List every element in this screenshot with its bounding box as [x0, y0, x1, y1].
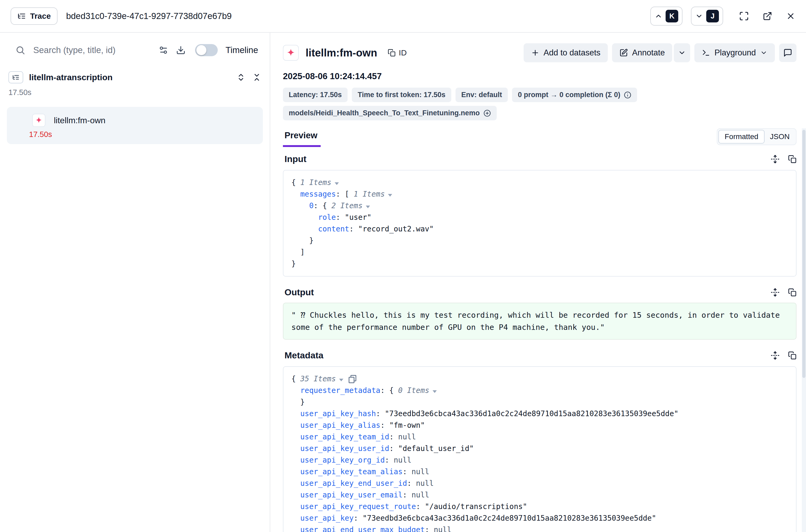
timeline-toggle[interactable] — [195, 44, 218, 56]
code-line: user_api_key: "73eedbd3e6cbca43ac336d1a0… — [291, 512, 788, 524]
generation-chip — [283, 45, 299, 61]
code-line: role: "user" — [291, 212, 788, 223]
output-text: " ⁇ Chuckles hello, this is my test reco… — [283, 303, 797, 340]
scrollbar-thumb[interactable] — [802, 130, 805, 378]
trace-button[interactable]: Trace — [11, 7, 58, 25]
maximize-icon — [739, 11, 749, 21]
expand-all-button[interactable] — [236, 73, 246, 82]
format-toggle-json[interactable]: JSON — [765, 130, 795, 143]
unfold-vertical-icon — [771, 351, 780, 360]
chat-icon — [783, 48, 792, 57]
input-section-title: Input — [285, 154, 771, 164]
chevron-down-icon — [760, 49, 767, 56]
usage-badge: 0 prompt → 0 completion (Σ 0) — [512, 88, 637, 102]
observation-detail-panel: litellm:fm-own ID Add to datasets Annot — [271, 33, 806, 532]
playground-button[interactable]: Playground — [694, 43, 775, 62]
collapse-chevron-icon[interactable] — [366, 206, 370, 208]
info-icon — [624, 91, 631, 99]
scrollbar[interactable] — [802, 128, 806, 532]
code-line: user_api_key_alias: "fm-own" — [291, 420, 788, 431]
download-icon — [176, 45, 186, 55]
code-line: { 35 Items — [291, 373, 788, 385]
copy-input-button[interactable] — [788, 155, 797, 164]
prev-observation-button[interactable]: K — [650, 6, 683, 25]
expand-input-button[interactable] — [771, 155, 780, 164]
chevron-down-icon — [678, 49, 686, 57]
filter-icon — [159, 45, 168, 55]
next-observation-button[interactable]: J — [691, 6, 723, 25]
code-line: messages: [ 1 Items — [291, 188, 788, 200]
shortcut-key-j: J — [706, 10, 719, 22]
pencil-icon — [619, 49, 628, 57]
code-line: } — [291, 235, 788, 246]
metadata-section-title: Metadata — [285, 350, 771, 360]
tab-preview[interactable]: Preview — [283, 130, 321, 147]
trace-name: litellm-atranscription — [29, 73, 231, 82]
terminal-icon — [702, 49, 710, 57]
format-toggle: Formatted JSON — [717, 128, 797, 145]
close-button[interactable] — [786, 11, 795, 21]
model-badge[interactable]: models/Heidi_Health_Speech_To_Text_Finet… — [283, 106, 497, 120]
observation-node-duration: 17.50s — [29, 130, 256, 139]
code-line: } — [291, 258, 788, 270]
code-line: requester_metadata: { 0 Items — [291, 385, 788, 396]
close-icon — [786, 11, 795, 21]
annotate-dropdown-button[interactable] — [674, 43, 690, 62]
trace-tree: litellm-atranscription 17.50s — [0, 68, 270, 144]
add-to-datasets-label: Add to datasets — [544, 48, 600, 58]
unfold-vertical-icon — [771, 288, 780, 297]
copy-icon — [388, 49, 396, 57]
trace-button-label: Trace — [30, 12, 51, 21]
filter-button[interactable] — [159, 45, 168, 55]
open-in-new-button[interactable] — [763, 11, 772, 21]
observation-node[interactable]: litellm:fm-own 17.50s — [7, 107, 263, 144]
fullscreen-button[interactable] — [739, 11, 749, 21]
search-input[interactable] — [33, 45, 151, 55]
copy-output-button[interactable] — [788, 288, 797, 297]
env-badge: Env: default — [456, 88, 508, 102]
playground-label: Playground — [714, 48, 756, 58]
format-toggle-formatted[interactable]: Formatted — [718, 130, 765, 144]
expand-metadata-button[interactable] — [771, 351, 780, 360]
metadata-json-viewer: { 35 Items requester_metadata: { 0 Items… — [283, 366, 797, 532]
sparkle-icon — [286, 48, 295, 58]
chevron-up-icon — [654, 12, 663, 20]
code-line: ] — [291, 246, 788, 258]
collapse-chevron-icon[interactable] — [433, 390, 437, 393]
download-button[interactable] — [176, 45, 186, 55]
input-json-viewer: { 1 Items messages: [ 1 Items 0: { 2 Ite… — [283, 170, 797, 277]
trace-sidebar: Timeline litellm-atranscription — [0, 33, 270, 532]
copy-metadata-button[interactable] — [788, 351, 797, 360]
collapse-chevron-icon[interactable] — [334, 182, 339, 185]
chevrons-up-down-icon — [236, 73, 246, 82]
copy-icon — [788, 288, 797, 297]
add-to-datasets-button[interactable]: Add to datasets — [524, 43, 608, 62]
copy-id-button[interactable]: ID — [388, 48, 407, 57]
shortcut-key-k: K — [666, 10, 678, 22]
copy-icon[interactable] — [349, 375, 355, 382]
plus-icon — [531, 49, 539, 57]
trace-duration: 17.50s — [8, 88, 263, 97]
page-title: litellm:fm-own — [306, 47, 377, 59]
search-icon — [15, 45, 25, 55]
code-line: user_api_key_org_id: null — [291, 454, 788, 466]
id-label: ID — [399, 48, 407, 57]
top-bar: Trace bded31c0-739e-47c1-9297-7738d07e67… — [0, 0, 806, 33]
copy-icon — [788, 351, 797, 360]
copy-icon — [788, 155, 797, 163]
comments-button[interactable] — [779, 43, 797, 62]
annotate-label: Annotate — [632, 48, 665, 58]
expand-output-button[interactable] — [771, 288, 780, 297]
generation-chip — [32, 114, 45, 127]
code-line: user_api_key_hash: "73eedbd3e6cbca43ac33… — [291, 408, 788, 420]
collapse-all-button[interactable] — [252, 73, 261, 82]
code-line: 0: { 2 Items — [291, 200, 788, 212]
code-line: user_api_key_user_id: "default_user_id" — [291, 443, 788, 454]
collapse-chevron-icon[interactable] — [388, 194, 392, 196]
collapse-chevron-icon[interactable] — [339, 379, 343, 381]
code-line: user_api_key_request_route: "/audio/tran… — [291, 501, 788, 512]
sparkle-icon — [35, 116, 43, 124]
annotate-button[interactable]: Annotate — [612, 43, 672, 62]
circle-plus-icon[interactable] — [483, 110, 491, 117]
chevron-down-icon — [695, 12, 703, 20]
